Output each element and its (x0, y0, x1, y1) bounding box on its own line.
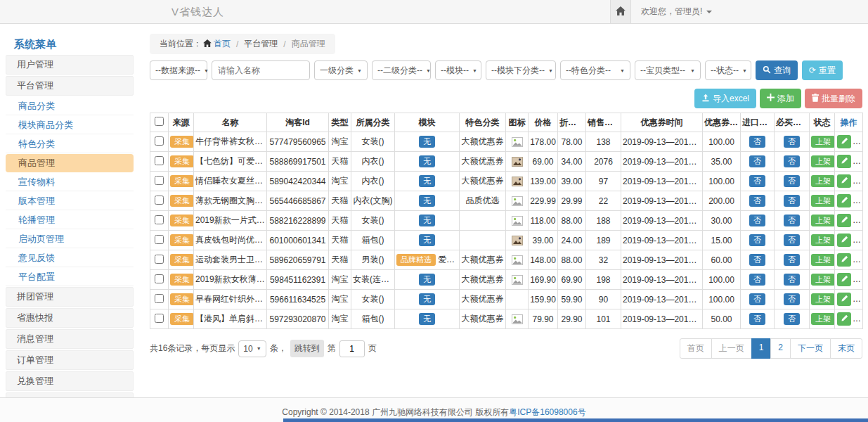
module-badge[interactable]: 无 (419, 313, 435, 325)
import-select-toggle[interactable]: 否 (749, 254, 765, 266)
module-badge[interactable]: 无 (419, 215, 435, 226)
sidebar-item-version-management[interactable]: 版本管理 (6, 192, 134, 210)
row-checkbox[interactable] (155, 235, 164, 244)
sidebar-item-promo-materials[interactable]: 宣传物料 (6, 173, 134, 191)
pager-first[interactable]: 首页 (680, 338, 712, 359)
sidebar-item-exchange-management[interactable]: 兑换管理 (6, 371, 134, 391)
status-toggle[interactable]: 上架 (811, 313, 835, 325)
sidebar-item-group-buy-management[interactable]: 拼团管理 (6, 287, 134, 307)
import-select-toggle[interactable]: 否 (749, 293, 765, 305)
module-select[interactable]: --模块--▼ (435, 60, 481, 80)
row-checkbox[interactable] (155, 294, 164, 303)
module-badge[interactable]: 无 (419, 155, 435, 167)
sidebar-item-order-management[interactable]: 订单管理 (6, 350, 134, 370)
row-checkbox[interactable] (155, 255, 164, 264)
sidebar-item-message-management[interactable]: 消息管理 (6, 329, 134, 349)
pager-last[interactable]: 末页 (830, 338, 862, 359)
data-source-select[interactable]: --数据来源--▼ (150, 60, 207, 80)
status-select[interactable]: --状态--▼ (705, 60, 751, 80)
must-buy-toggle[interactable]: 否 (784, 313, 800, 325)
must-buy-toggle[interactable]: 否 (784, 234, 800, 246)
pager-next[interactable]: 下一页 (790, 338, 831, 359)
edit-button[interactable] (837, 273, 851, 286)
must-buy-toggle[interactable]: 否 (784, 136, 800, 148)
edit-button[interactable] (837, 155, 851, 168)
module-badge[interactable]: 无 (419, 136, 435, 148)
row-checkbox[interactable] (155, 156, 164, 165)
import-select-toggle[interactable]: 否 (749, 313, 765, 325)
module-badge[interactable]: 品牌精选 (396, 254, 436, 266)
pager-page-2[interactable]: 2 (770, 338, 791, 359)
query-button[interactable]: 查询 (756, 60, 798, 80)
breadcrumb-section[interactable]: 平台管理 (244, 38, 278, 50)
sidebar-item-saving-express[interactable]: 省惠快报 (6, 308, 134, 328)
sidebar-item-carousel-management[interactable]: 轮播管理 (6, 211, 134, 229)
must-buy-toggle[interactable]: 否 (784, 293, 800, 305)
module-badge[interactable]: 无 (419, 175, 435, 187)
icp-link[interactable]: 粤ICP备16098006号 (509, 407, 585, 417)
jump-button[interactable]: 跳转到 (290, 340, 324, 357)
sidebar-item-module-product-category[interactable]: 模块商品分类 (6, 116, 134, 134)
module-badge[interactable]: 无 (419, 234, 435, 246)
add-button[interactable]: 添加 (760, 89, 801, 108)
row-checkbox[interactable] (155, 136, 164, 146)
user-menu[interactable]: 欢迎您，管理员! (631, 0, 722, 23)
sidebar-item-splash-page-management[interactable]: 启动页管理 (6, 230, 134, 248)
pager-prev[interactable]: 上一页 (711, 338, 752, 359)
sidebar-item-feedback[interactable]: 意见反馈 (6, 249, 134, 267)
import-select-toggle[interactable]: 否 (749, 234, 765, 246)
status-toggle[interactable]: 上架 (811, 254, 835, 266)
module-subcategory-select[interactable]: --模块下分类--▼ (486, 60, 556, 80)
row-checkbox[interactable] (155, 274, 164, 283)
must-buy-toggle[interactable]: 否 (784, 215, 800, 226)
import-select-toggle[interactable]: 否 (749, 195, 765, 207)
status-toggle[interactable]: 上架 (811, 155, 835, 167)
sidebar-item-feature-category[interactable]: 特色分类 (6, 135, 134, 153)
module-badge[interactable]: 无 (419, 195, 435, 207)
must-buy-toggle[interactable]: 否 (784, 195, 800, 207)
sidebar-item-platform-config[interactable]: 平台配置 (6, 268, 134, 286)
status-toggle[interactable]: 上架 (811, 293, 835, 305)
sidebar-item-user-management[interactable]: 用户管理 (6, 55, 134, 75)
must-buy-toggle[interactable]: 否 (784, 155, 800, 167)
must-buy-toggle[interactable]: 否 (784, 254, 800, 266)
sidebar-item-statistics-management[interactable]: 统计管理 (6, 392, 134, 397)
import-select-toggle[interactable]: 否 (749, 136, 765, 148)
edit-button[interactable] (837, 234, 851, 247)
edit-button[interactable] (837, 194, 851, 207)
row-checkbox[interactable] (155, 314, 164, 323)
breadcrumb-home-link[interactable]: 首页 (203, 38, 231, 50)
status-toggle[interactable]: 上架 (811, 274, 835, 286)
edit-button[interactable] (837, 253, 851, 267)
select-all-checkbox[interactable] (155, 117, 164, 126)
import-excel-button[interactable]: 导入excel (694, 89, 756, 108)
per-page-select[interactable]: 10 ▼ (238, 340, 266, 357)
level1-category-select[interactable]: 一级分类▼ (314, 60, 368, 80)
status-toggle[interactable]: 上架 (811, 136, 835, 148)
edit-button[interactable] (837, 214, 851, 227)
row-checkbox[interactable] (155, 176, 164, 185)
must-buy-toggle[interactable]: 否 (784, 274, 800, 286)
reset-button[interactable]: ⟳重置 (802, 60, 843, 80)
row-checkbox[interactable] (155, 196, 164, 205)
edit-button[interactable] (837, 135, 851, 148)
status-toggle[interactable]: 上架 (811, 234, 835, 246)
feature-category-select[interactable]: --特色分类--▼ (560, 60, 630, 80)
sidebar-item-platform-management[interactable]: 平台管理 (6, 76, 134, 96)
import-select-toggle[interactable]: 否 (749, 215, 765, 226)
page-number-input[interactable] (339, 340, 365, 357)
module-badge[interactable]: 无 (419, 293, 435, 305)
module-badge[interactable]: 无 (419, 274, 435, 286)
item-type-select[interactable]: --宝贝类型--▼ (635, 60, 701, 80)
batch-delete-button[interactable]: 批量删除 (805, 89, 862, 108)
name-search-input[interactable] (212, 60, 310, 80)
edit-button[interactable] (837, 293, 851, 306)
row-checkbox[interactable] (155, 215, 164, 224)
status-toggle[interactable]: 上架 (811, 175, 835, 187)
home-button[interactable] (610, 0, 631, 23)
import-select-toggle[interactable]: 否 (749, 274, 765, 286)
level2-category-select[interactable]: --二级分类--▼ (372, 60, 431, 80)
status-toggle[interactable]: 上架 (811, 215, 835, 226)
edit-button[interactable] (837, 174, 851, 188)
import-select-toggle[interactable]: 否 (749, 155, 765, 167)
